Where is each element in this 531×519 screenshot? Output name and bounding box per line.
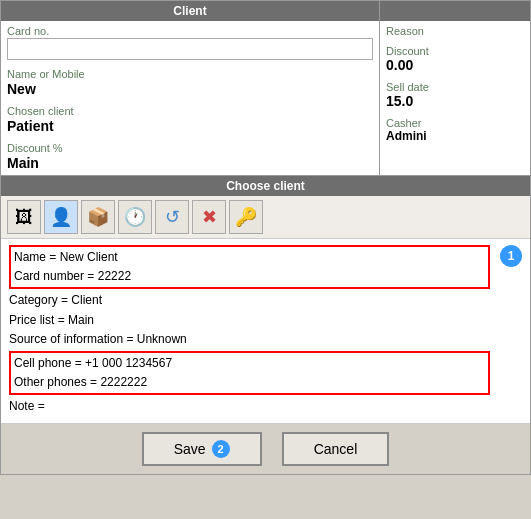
cancel-button[interactable]: Cancel bbox=[282, 432, 390, 466]
reason-group: Reason bbox=[380, 21, 530, 41]
bottom-buttons: Save 2 Cancel bbox=[1, 423, 530, 474]
price-list-line: Price list = Main bbox=[9, 311, 490, 330]
sell-date-value: 15.0 bbox=[386, 93, 524, 109]
person-button[interactable]: 👤 bbox=[44, 200, 78, 234]
person-icon: 👤 bbox=[50, 206, 72, 228]
toolbar: 🖼 👤 📦 🕐 ↺ ✖ 🔑 bbox=[1, 196, 530, 239]
client-panel: Client Card no. Name or Mobile New Chose… bbox=[0, 0, 380, 176]
sell-date-label: Sell date bbox=[386, 81, 524, 93]
sell-date-group: Sell date 15.0 bbox=[380, 77, 530, 113]
box-button[interactable]: 📦 bbox=[81, 200, 115, 234]
card-number-line: Card number = 22222 bbox=[14, 267, 485, 286]
chosen-client-label: Chosen client bbox=[7, 105, 373, 117]
choose-client-container: Choose client 🖼 👤 📦 🕐 ↺ ✖ 🔑 bbox=[0, 176, 531, 475]
chosen-client-value: Patient bbox=[7, 118, 373, 134]
image-button[interactable]: 🖼 bbox=[7, 200, 41, 234]
cell-phone-line: Cell phone = +1 000 1234567 bbox=[14, 354, 485, 373]
card-no-input[interactable] bbox=[7, 38, 373, 60]
x-icon: ✖ bbox=[202, 206, 217, 228]
casher-value: Admini bbox=[386, 129, 524, 143]
casher-group: Casher Admini bbox=[380, 113, 530, 147]
chosen-client-group: Chosen client Patient bbox=[1, 101, 379, 138]
x-button[interactable]: ✖ bbox=[192, 200, 226, 234]
client-panel-header: Client bbox=[1, 1, 379, 21]
discount-value: Main bbox=[7, 155, 373, 171]
other-phones-line: Other phones = 2222222 bbox=[14, 373, 485, 392]
right-discount-group: Discount 0.00 bbox=[380, 41, 530, 77]
right-panel-header bbox=[380, 1, 530, 21]
reason-label: Reason bbox=[386, 25, 524, 37]
arrow-button[interactable]: ↺ bbox=[155, 200, 189, 234]
client-info-left: Name = New Client Card number = 22222 Ca… bbox=[9, 245, 490, 417]
client-info-section: Name = New Client Card number = 22222 Ca… bbox=[1, 239, 530, 423]
top-section: Client Card no. Name or Mobile New Chose… bbox=[0, 0, 531, 176]
key-icon: 🔑 bbox=[235, 206, 257, 228]
phones-box: Cell phone = +1 000 1234567 Other phones… bbox=[9, 351, 490, 395]
name-mobile-group: Name or Mobile New bbox=[1, 64, 379, 101]
name-mobile-label: Name or Mobile bbox=[7, 68, 373, 80]
name-line: Name = New Client bbox=[14, 248, 485, 267]
choose-client-header: Choose client bbox=[1, 176, 530, 196]
discount-label: Discount % bbox=[7, 142, 373, 154]
category-line: Category = Client bbox=[9, 291, 490, 310]
key-button[interactable]: 🔑 bbox=[229, 200, 263, 234]
main-window: Client Card no. Name or Mobile New Chose… bbox=[0, 0, 531, 475]
right-discount-value: 0.00 bbox=[386, 57, 524, 73]
source-line: Source of information = Unknown bbox=[9, 330, 490, 349]
name-card-box: Name = New Client Card number = 22222 bbox=[9, 245, 490, 289]
right-discount-label: Discount bbox=[386, 45, 524, 57]
clock-icon: 🕐 bbox=[124, 206, 146, 228]
save-button[interactable]: Save 2 bbox=[142, 432, 262, 466]
box-icon: 📦 bbox=[87, 206, 109, 228]
info-badge: 1 bbox=[500, 245, 522, 267]
right-panel: Reason Discount 0.00 Sell date 15.0 Cash… bbox=[380, 0, 531, 176]
casher-label: Casher bbox=[386, 117, 524, 129]
save-label: Save bbox=[174, 441, 206, 457]
save-badge: 2 bbox=[212, 440, 230, 458]
card-no-label: Card no. bbox=[7, 25, 373, 37]
arrow-icon: ↺ bbox=[165, 206, 180, 228]
note-line: Note = bbox=[9, 397, 490, 416]
name-mobile-value: New bbox=[7, 81, 373, 97]
clock-button[interactable]: 🕐 bbox=[118, 200, 152, 234]
discount-group: Discount % Main bbox=[1, 138, 379, 175]
card-no-group: Card no. bbox=[1, 21, 379, 64]
image-icon: 🖼 bbox=[15, 207, 33, 228]
